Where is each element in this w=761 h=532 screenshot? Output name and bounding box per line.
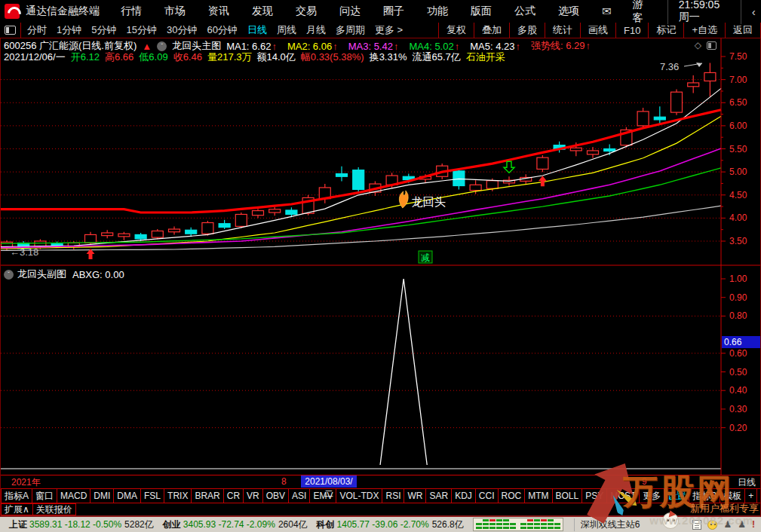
- menu-item-发现[interactable]: 发现: [252, 5, 273, 18]
- menu-item-资讯[interactable]: 资讯: [208, 5, 229, 18]
- indicator-tab-SAR[interactable]: SAR: [425, 488, 452, 503]
- heatmap-cell: [534, 519, 540, 521]
- market-heatmap[interactable]: [473, 518, 563, 531]
- back-button[interactable]: ‹: [746, 5, 761, 18]
- toolbar-button-复权[interactable]: 复权: [438, 23, 474, 38]
- toolbar-button-多股[interactable]: 多股: [509, 23, 545, 38]
- index-values: 3405.93 -72.74 -2.09%: [183, 519, 275, 530]
- price-axis-label: 4.00: [729, 212, 747, 223]
- up-arrow-icon: ↑: [586, 40, 591, 51]
- timeframe-15分钟[interactable]: 15分钟: [126, 23, 156, 37]
- menu-item-版面[interactable]: 版面: [471, 5, 492, 18]
- indicator-tab-OBV[interactable]: OBV: [262, 488, 289, 503]
- indicator-tab-CR[interactable]: CR: [223, 488, 244, 503]
- menu-item-选项[interactable]: 选项: [558, 5, 579, 18]
- indicator-tab-MCST[interactable]: MCST: [606, 488, 640, 503]
- indicator-tab-更多[interactable]: 更多: [639, 488, 664, 503]
- alert-icon[interactable]: !: [752, 519, 755, 530]
- indicator-tab-VR[interactable]: VR: [243, 488, 263, 503]
- heatmap-cell: [489, 527, 496, 529]
- index-amount: 5282亿: [124, 518, 154, 531]
- indicator-tab-RSI[interactable]: RSI: [382, 488, 404, 503]
- toolbar-button-+自选[interactable]: +自选: [683, 23, 725, 38]
- timeframe-60分钟[interactable]: 60分钟: [207, 23, 237, 37]
- collapse-subchart-icon[interactable]: ˇ: [4, 270, 14, 280]
- panel-icon[interactable]: [707, 41, 717, 50]
- toolbar-button-F10[interactable]: F10: [615, 23, 648, 38]
- extension-tab-扩展∧[interactable]: 扩展∧: [1, 503, 33, 515]
- timeframe-分时[interactable]: 分时: [27, 23, 47, 37]
- indicator-tab-ROC[interactable]: ROC: [498, 488, 526, 503]
- menu-item-功能[interactable]: 功能: [427, 5, 448, 18]
- indicator-tab-KDJ[interactable]: KDJ: [451, 488, 476, 503]
- menu-item-公式[interactable]: 公式: [514, 5, 535, 18]
- extension-tab-关联报价[interactable]: 关联报价: [32, 503, 76, 515]
- indicator-tab-VOL-TDX[interactable]: VOL-TDX: [336, 488, 382, 503]
- page-icon[interactable]: [692, 520, 701, 530]
- indicator-tab-WR[interactable]: WR: [404, 488, 426, 503]
- indicator-tab-MTM[interactable]: MTM: [524, 488, 552, 503]
- heatmap-group: [520, 519, 560, 530]
- menu-item-行情[interactable]: 行情: [121, 5, 142, 18]
- menu-item-市场[interactable]: 市场: [164, 5, 186, 18]
- time-axis-row: 2021年 8 2021/08/03/二 9 日线: [0, 475, 761, 488]
- user-label[interactable]: 游客: [633, 0, 649, 25]
- indicator-tab-FSL[interactable]: FSL: [140, 488, 164, 503]
- message-icon[interactable]: ✉: [602, 5, 612, 18]
- timeframe-日线[interactable]: 日线: [247, 23, 267, 37]
- heatmap-cell: [483, 527, 489, 529]
- menu-item-交易[interactable]: 交易: [296, 5, 317, 18]
- indicator-tab-指标A[interactable]: 指标A: [1, 488, 32, 503]
- indicator-tab-模板[interactable]: 模板: [720, 488, 745, 503]
- candle-body: [486, 181, 498, 188]
- timeframe-周线[interactable]: 周线: [277, 23, 296, 37]
- toolbar-button-画线[interactable]: 画线: [580, 23, 615, 38]
- toolbar-button-标记[interactable]: 标记: [648, 23, 683, 38]
- indicator-tab-窗口[interactable]: 窗口: [32, 488, 57, 503]
- indicator-tab-设置[interactable]: 设置: [664, 488, 689, 503]
- toolbar-button-返回[interactable]: 返回: [725, 23, 761, 38]
- person-icon[interactable]: ♟: [723, 519, 732, 530]
- timeframe-30分钟[interactable]: 30分钟: [167, 23, 197, 37]
- menu-item-问达[interactable]: 问达: [339, 5, 361, 18]
- indicator-tab-+[interactable]: +: [744, 488, 757, 503]
- layout-icon[interactable]: [5, 26, 16, 35]
- indicator-tab--[interactable]: -: [756, 488, 761, 503]
- info-field: 高6.66: [105, 50, 133, 64]
- heatmap-cell: [476, 527, 482, 529]
- server-station-label[interactable]: 深圳双线主站6: [574, 518, 640, 531]
- info-field: 强势线: 6.29↑: [531, 39, 596, 53]
- diamond-icon[interactable]: ◇: [695, 40, 701, 50]
- candle-body: [253, 211, 264, 216]
- candle-body: [353, 170, 364, 190]
- timeframe-更多 >[interactable]: 更多 >: [375, 23, 403, 37]
- indicator-tab-BOLL[interactable]: BOLL: [552, 488, 583, 503]
- indicator-tab-DMA[interactable]: DMA: [113, 488, 141, 503]
- person-icon[interactable]: ♟: [738, 519, 746, 530]
- heatmap-cell: [483, 519, 489, 521]
- info-field: 2021/12/06/一: [4, 50, 66, 64]
- toolbar-button-统计[interactable]: 统计: [545, 23, 580, 38]
- smiley-icon[interactable]: [707, 520, 717, 530]
- timeframe-1分钟[interactable]: 1分钟: [57, 23, 81, 37]
- indicator-tab-PSY[interactable]: PSY: [581, 488, 607, 503]
- indicator-tab-BRAR[interactable]: BRAR: [191, 488, 223, 503]
- price-chart-canvas[interactable]: 减龙回头7.36←3.187.507.006.506.005.505.004.5…: [1, 38, 760, 475]
- timeframe-多周期[interactable]: 多周期: [336, 23, 365, 37]
- timeframe-月线[interactable]: 月线: [306, 23, 326, 37]
- axis-month-label: 8: [281, 476, 287, 487]
- candle-body: [85, 234, 97, 243]
- indicator-tab-CCI[interactable]: CCI: [475, 488, 499, 503]
- indicator-tab-指标B[interactable]: 指标B: [689, 488, 720, 503]
- candle-body: [570, 148, 581, 151]
- menu-item-圈子[interactable]: 圈子: [383, 5, 404, 18]
- timeframe-5分钟[interactable]: 5分钟: [91, 23, 116, 37]
- collapse-mainchart-icon[interactable]: ˇ: [157, 41, 167, 51]
- toolbar-button-叠加[interactable]: 叠加: [474, 23, 509, 38]
- indicator-tab-MACD[interactable]: MACD: [57, 488, 91, 503]
- indicator-tab-ASI[interactable]: ASI: [288, 488, 310, 503]
- indicator-tab-DMI[interactable]: DMI: [90, 488, 114, 503]
- indicator-tab-TRIX[interactable]: TRIX: [164, 488, 192, 503]
- sub-axis-label: 1.00: [729, 274, 747, 284]
- app-logo-icon: [5, 4, 20, 19]
